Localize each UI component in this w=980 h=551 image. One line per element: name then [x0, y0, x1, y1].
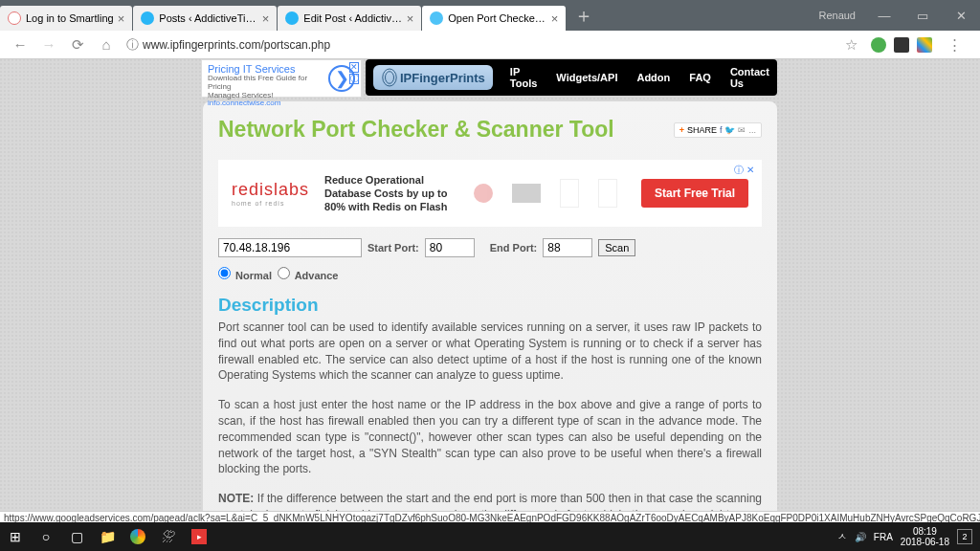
- cortana-icon[interactable]: ○: [31, 522, 61, 551]
- forward-button[interactable]: →: [39, 35, 58, 55]
- description-note: NOTE: If the difference between the star…: [218, 491, 762, 511]
- ad-close-icon[interactable]: ✕: [349, 62, 359, 73]
- fingerprint-icon: [381, 67, 398, 88]
- home-button[interactable]: ⌂: [97, 35, 116, 55]
- tab-label: Edit Post ‹ AddictiveTips: [303, 12, 402, 24]
- start-port-input[interactable]: [425, 238, 475, 257]
- banner-ad[interactable]: redislabs home of redis Reduce Operation…: [218, 160, 762, 227]
- site-logo[interactable]: IPFingerPrints: [373, 65, 493, 90]
- clock[interactable]: 08:19 2018-06-18: [901, 526, 949, 547]
- browser-tab-strip: Log in to Smartling × Posts ‹ AddictiveT…: [0, 0, 980, 31]
- tab-label: Log in to Smartling: [26, 12, 114, 24]
- redis-logo: redislabs: [232, 180, 309, 199]
- notifications-icon[interactable]: 2: [957, 529, 972, 544]
- ad-info-icon[interactable]: ⓘ: [734, 165, 744, 175]
- nav-widgets[interactable]: Widgets/API: [546, 72, 627, 83]
- taskview-icon[interactable]: ▢: [61, 522, 92, 551]
- logo-text: IPFingerPrints: [400, 71, 485, 85]
- mode-radios: Normal Advance: [218, 267, 762, 281]
- language-indicator[interactable]: FRA: [874, 532, 893, 542]
- tab-favicon: [430, 11, 443, 25]
- facebook-icon: f: [720, 125, 723, 135]
- close-icon[interactable]: ×: [551, 11, 559, 26]
- bookmark-star-icon[interactable]: ☆: [841, 35, 860, 55]
- redis-badge-icon: [474, 184, 493, 203]
- main-card: Network Port Checker & Scanner Tool + SH…: [203, 101, 777, 511]
- email-icon: ✉: [738, 125, 746, 135]
- nav-addon[interactable]: Addon: [627, 72, 679, 83]
- ad-text: Reduce Operational Database Costs by up …: [324, 173, 449, 214]
- end-port-input[interactable]: [543, 238, 592, 257]
- close-icon[interactable]: ×: [262, 11, 270, 26]
- volume-icon[interactable]: 🔊: [855, 532, 866, 542]
- top-ad[interactable]: Pricing IT Services Download this Free G…: [201, 59, 362, 98]
- chrome-icon[interactable]: [122, 522, 153, 551]
- scan-button[interactable]: Scan: [598, 239, 635, 256]
- more-icon: ...: [748, 125, 756, 135]
- site-info-icon[interactable]: ⓘ: [126, 36, 139, 54]
- tab-favicon: [285, 11, 299, 25]
- ad-info-icon[interactable]: ⓘ: [349, 74, 359, 84]
- explorer-icon[interactable]: 📁: [92, 522, 122, 551]
- ad-controls: ⓘ ✕: [734, 164, 754, 177]
- scan-form: Start Port: End Port: Scan: [218, 238, 762, 257]
- tab-label: Posts ‹ AddictiveTips — \: [159, 12, 257, 24]
- normal-radio[interactable]: Normal: [218, 267, 272, 281]
- extension-icon[interactable]: [894, 37, 909, 53]
- ad-graphics: [449, 179, 641, 208]
- minimize-button[interactable]: —: [865, 0, 903, 31]
- nav-contact[interactable]: Contact Us: [721, 66, 779, 89]
- start-port-label: Start Port:: [368, 242, 419, 253]
- ip-input[interactable]: [218, 238, 362, 257]
- redis-tagline: home of redis: [232, 200, 309, 207]
- url-input[interactable]: ⓘ www.ipfingerprints.com/portscan.php: [121, 36, 836, 54]
- window-user[interactable]: Renaud: [818, 10, 856, 21]
- svg-point-1: [386, 72, 394, 84]
- tab-label: Open Port Checker & Sca: [448, 12, 546, 24]
- app-icon[interactable]: ⛈: [153, 522, 184, 551]
- tab-favicon: [8, 11, 21, 25]
- share-button[interactable]: + SHARE f 🐦 ✉ ...: [674, 122, 762, 138]
- new-tab-button[interactable]: ＋: [567, 3, 601, 29]
- ad-close-icon[interactable]: ✕: [746, 165, 754, 175]
- close-button[interactable]: ✕: [942, 0, 980, 31]
- menu-icon[interactable]: ⋮: [945, 35, 964, 55]
- tab-smartling[interactable]: Log in to Smartling ×: [0, 6, 132, 31]
- tab-editpost[interactable]: Edit Post ‹ AddictiveTips ×: [278, 6, 421, 31]
- close-icon[interactable]: ×: [118, 11, 125, 26]
- back-button[interactable]: ←: [11, 35, 30, 55]
- advance-radio[interactable]: Advance: [278, 267, 339, 281]
- nav-faq[interactable]: FAQ: [679, 72, 721, 83]
- taskbar: ⊞ ○ ▢ 📁 ⛈ ▸ ㅅ 🔊 FRA 08:19 2018-06-18 2: [0, 522, 980, 551]
- reload-button[interactable]: ⟳: [68, 35, 87, 55]
- page-title: Network Port Checker & Scanner Tool: [218, 117, 614, 143]
- description-p2: To scan a host just enter the host name …: [218, 397, 762, 477]
- tray-expand-icon[interactable]: ㅅ: [837, 530, 847, 543]
- twitter-icon: 🐦: [724, 125, 735, 135]
- share-plus-icon: +: [679, 125, 684, 135]
- ad-cta-button[interactable]: Start Free Trial: [641, 179, 748, 208]
- nav-iptools[interactable]: IP Tools: [501, 66, 547, 89]
- page-content: Pricing IT Services Download this Free G…: [0, 59, 980, 511]
- tab-favicon: [141, 11, 154, 25]
- status-bar: https://www.googleadservices.com/pagead/…: [0, 511, 980, 522]
- site-nav: IPFingerPrints IP Tools Widgets/API Addo…: [366, 59, 777, 96]
- description-heading: Description: [218, 295, 762, 316]
- tab-posts[interactable]: Posts ‹ AddictiveTips — \ ×: [133, 6, 277, 31]
- extension-icons: ⋮: [865, 35, 974, 55]
- extension-icon[interactable]: [917, 37, 932, 53]
- app-icon[interactable]: ▸: [184, 522, 214, 551]
- url-text: www.ipfingerprints.com/portscan.php: [143, 38, 330, 52]
- maximize-button[interactable]: ▭: [903, 0, 942, 31]
- tab-portchecker[interactable]: Open Port Checker & Sca ×: [422, 6, 566, 31]
- extension-icon[interactable]: [871, 37, 886, 53]
- address-bar: ← → ⟳ ⌂ ⓘ www.ipfingerprints.com/portsca…: [0, 31, 980, 59]
- close-icon[interactable]: ×: [407, 11, 414, 26]
- window-controls: — ▭ ✕: [865, 0, 980, 31]
- description-p1: Port scanner tool can be used to identif…: [218, 320, 762, 384]
- start-button[interactable]: ⊞: [0, 522, 31, 551]
- end-port-label: End Port:: [490, 242, 538, 253]
